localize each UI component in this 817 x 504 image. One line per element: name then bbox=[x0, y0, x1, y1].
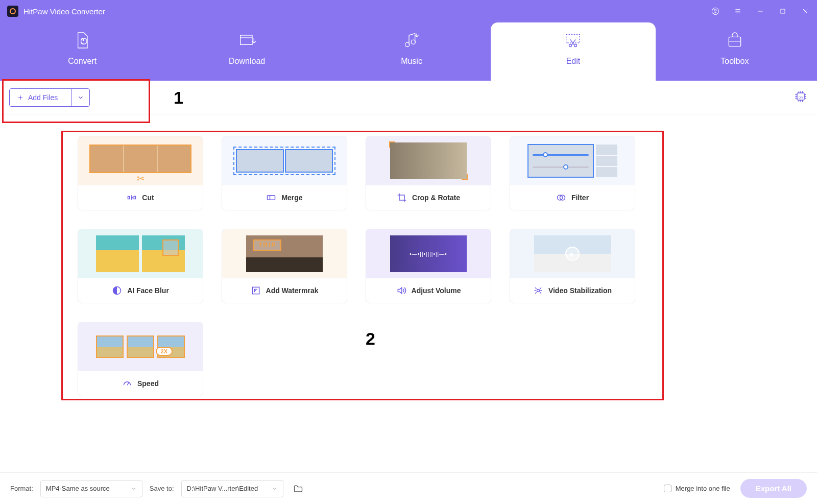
speed-badge: 2X bbox=[156, 347, 173, 356]
card-thumbnail: ▸ bbox=[510, 229, 635, 278]
card-title: Merge bbox=[281, 194, 302, 202]
svg-rect-10 bbox=[240, 35, 252, 44]
add-files-group: Add Files bbox=[9, 88, 90, 107]
tab-convert[interactable]: Convert bbox=[0, 22, 164, 81]
checkbox-icon bbox=[664, 485, 671, 492]
footer: Format: MP4-Same as source Save to: D:\H… bbox=[0, 472, 817, 504]
card-thumbnail: TRIP bbox=[222, 229, 347, 278]
edit-icon bbox=[563, 30, 583, 51]
svg-text:on: on bbox=[799, 95, 803, 99]
filter-icon bbox=[556, 193, 566, 203]
speed-icon bbox=[122, 378, 132, 389]
card-title: Adjust Volume bbox=[412, 286, 461, 295]
save-to-label: Save to: bbox=[150, 485, 174, 492]
cut-icon bbox=[127, 193, 137, 203]
merge-label: Merge into one file bbox=[676, 485, 730, 492]
svg-rect-23 bbox=[128, 197, 130, 199]
tab-label: Download bbox=[229, 57, 265, 66]
tool-card-speed[interactable]: 2X Speed bbox=[78, 322, 203, 396]
card-thumbnail bbox=[222, 136, 347, 185]
card-title: Filter bbox=[571, 194, 589, 202]
svg-rect-17 bbox=[729, 37, 740, 46]
svg-point-1 bbox=[714, 9, 716, 11]
tool-card-cut[interactable]: ✂ Cut bbox=[78, 136, 203, 210]
tab-edit[interactable]: Edit bbox=[491, 22, 655, 81]
card-title: Add Watermrak bbox=[266, 286, 319, 295]
svg-rect-6 bbox=[781, 9, 785, 13]
card-title: AI Face Blur bbox=[127, 286, 169, 295]
svg-line-34 bbox=[127, 382, 129, 385]
titlebar: HitPaw Video Converter bbox=[0, 0, 817, 22]
svg-rect-27 bbox=[268, 196, 275, 200]
svg-point-9 bbox=[81, 38, 87, 44]
card-title: Crop & Rotate bbox=[412, 194, 460, 202]
format-label: Format: bbox=[10, 485, 33, 492]
app-title: HitPaw Video Converter bbox=[23, 7, 711, 16]
card-thumbnail bbox=[366, 136, 491, 185]
tool-card-watermark[interactable]: TRIP Add Watermrak bbox=[222, 229, 347, 303]
open-folder-button[interactable] bbox=[291, 481, 306, 496]
volume-icon bbox=[396, 285, 406, 296]
watermark-icon bbox=[251, 285, 261, 296]
tab-label: Convert bbox=[68, 57, 97, 66]
convert-icon bbox=[72, 30, 92, 51]
maximize-button[interactable] bbox=[778, 7, 787, 16]
folder-icon bbox=[293, 484, 303, 494]
menu-icon[interactable] bbox=[733, 7, 742, 16]
minimize-button[interactable] bbox=[756, 7, 765, 16]
svg-rect-24 bbox=[134, 197, 135, 199]
format-select[interactable]: MP4-Same as source bbox=[40, 480, 142, 497]
add-files-button[interactable]: Add Files bbox=[10, 89, 71, 106]
account-icon[interactable] bbox=[711, 7, 720, 16]
toolbar: Add Files on bbox=[0, 81, 817, 114]
svg-point-33 bbox=[537, 290, 539, 292]
tab-toolbox[interactable]: Toolbox bbox=[653, 22, 817, 81]
format-value: MP4-Same as source bbox=[46, 485, 110, 492]
tab-download[interactable]: Download bbox=[164, 22, 329, 81]
app-logo bbox=[7, 6, 18, 17]
tab-music[interactable]: Music bbox=[329, 22, 494, 81]
tab-label: Toolbox bbox=[720, 57, 749, 66]
tools-grid: ✂ Cut Merge Crop & Rotate bbox=[78, 136, 746, 396]
save-to-select[interactable]: D:\HitPaw V...rter\Edited bbox=[181, 480, 283, 497]
plus-icon bbox=[17, 94, 24, 101]
tool-card-crop[interactable]: Crop & Rotate bbox=[366, 136, 491, 210]
close-button[interactable] bbox=[801, 7, 810, 16]
main-nav: Convert Download Music Edit Toolbox bbox=[0, 22, 817, 81]
export-all-button[interactable]: Export All bbox=[740, 479, 807, 498]
chevron-down-icon bbox=[272, 486, 278, 492]
save-to-value: D:\HitPaw V...rter\Edited bbox=[187, 485, 258, 492]
tool-card-volume[interactable]: •—•||•||||•||—• Adjust Volume bbox=[366, 229, 491, 303]
svg-point-16 bbox=[574, 44, 577, 47]
stabilization-icon bbox=[533, 285, 543, 296]
tool-card-filter[interactable]: Filter bbox=[510, 136, 635, 210]
toolbox-icon bbox=[725, 30, 745, 51]
tool-card-face-blur[interactable]: AI Face Blur bbox=[78, 229, 203, 303]
add-files-label: Add Files bbox=[28, 93, 58, 102]
hardware-accel-button[interactable]: on bbox=[794, 89, 808, 106]
chevron-down-icon bbox=[77, 94, 84, 101]
card-thumbnail: •—•||•||||•||—• bbox=[366, 229, 491, 278]
svg-rect-14 bbox=[566, 34, 580, 43]
download-icon bbox=[237, 30, 257, 51]
card-title: Cut bbox=[142, 194, 154, 202]
card-title: Video Stabilization bbox=[548, 286, 612, 295]
window-controls bbox=[711, 7, 810, 16]
blur-icon bbox=[112, 285, 122, 296]
music-icon bbox=[401, 30, 422, 51]
tab-label: Music bbox=[401, 57, 422, 66]
tool-card-merge[interactable]: Merge bbox=[222, 136, 347, 210]
merge-icon bbox=[266, 193, 276, 203]
card-thumbnail: 2X bbox=[78, 322, 203, 371]
tool-card-stabilization[interactable]: ▸ Video Stabilization bbox=[510, 229, 635, 303]
merge-checkbox[interactable]: Merge into one file bbox=[664, 485, 730, 492]
play-icon: ▸ bbox=[565, 247, 580, 261]
card-thumbnail bbox=[510, 136, 635, 185]
scissors-icon: ✂ bbox=[137, 173, 145, 184]
header: HitPaw Video Converter Convert Download … bbox=[0, 0, 817, 81]
tab-label: Edit bbox=[566, 57, 581, 66]
add-files-dropdown[interactable] bbox=[71, 89, 89, 106]
card-thumbnail bbox=[78, 229, 203, 278]
crop-icon bbox=[397, 193, 407, 203]
chevron-down-icon bbox=[131, 486, 137, 492]
